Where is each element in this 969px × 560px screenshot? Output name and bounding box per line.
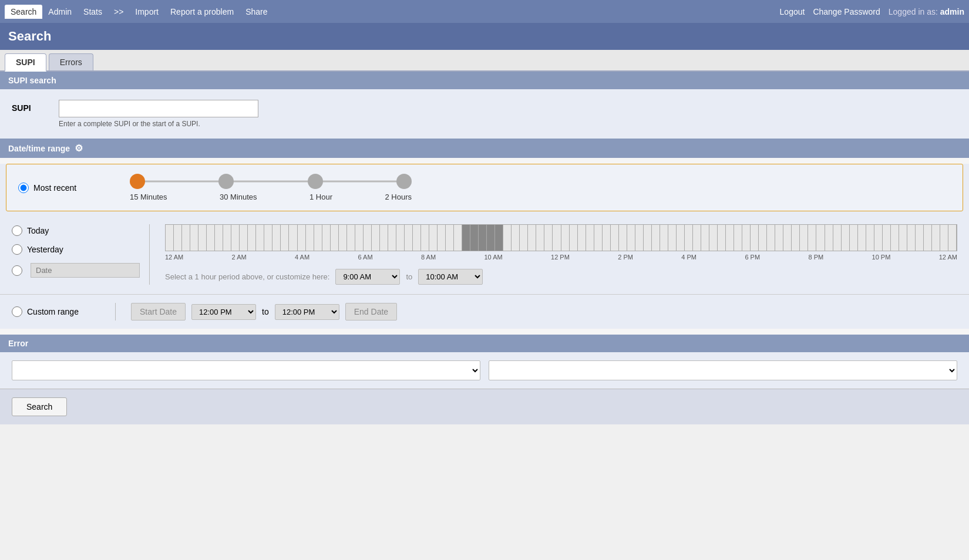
- timeline-tick[interactable]: [800, 225, 808, 251]
- timeline-tick[interactable]: [281, 225, 289, 251]
- timeline-tick[interactable]: [586, 225, 594, 251]
- timeline-tick[interactable]: [438, 225, 446, 251]
- timeline-tick[interactable]: [372, 225, 380, 251]
- timeline-tick[interactable]: [792, 225, 800, 251]
- timeline-tick[interactable]: [668, 225, 677, 251]
- slider-dot-3[interactable]: [396, 174, 412, 189]
- timeline-tick[interactable]: [544, 225, 553, 251]
- timeline-tick[interactable]: [240, 225, 248, 251]
- timeline-tick[interactable]: [380, 225, 388, 251]
- timeline-tick[interactable]: [783, 225, 792, 251]
- timeline-tick[interactable]: [685, 225, 693, 251]
- tab-supi[interactable]: SUPI: [5, 53, 46, 72]
- timeline-tick[interactable]: [660, 225, 668, 251]
- timeline-tick[interactable]: [775, 225, 783, 251]
- timeline-tick[interactable]: [759, 225, 767, 251]
- timeline-tick[interactable]: [462, 225, 470, 251]
- timeline-tick[interactable]: [364, 225, 372, 251]
- start-time-dropdown[interactable]: 12:00 PM: [191, 304, 256, 320]
- timeline-tick[interactable]: [289, 225, 297, 251]
- timeline-tick[interactable]: [256, 225, 264, 251]
- timeline-tick[interactable]: [734, 225, 742, 251]
- timeline-tick[interactable]: [594, 225, 603, 251]
- timeline-tick[interactable]: [512, 225, 520, 251]
- nav-more[interactable]: >>: [108, 5, 129, 19]
- timeline-tick[interactable]: [578, 225, 586, 251]
- search-button[interactable]: Search: [12, 397, 67, 416]
- time-from-dropdown[interactable]: 9:00 AM: [335, 269, 400, 285]
- timeline-tick[interactable]: [883, 225, 891, 251]
- custom-range-radio[interactable]: [12, 306, 22, 317]
- date-input[interactable]: [31, 263, 140, 278]
- timeline-tick[interactable]: [166, 225, 174, 251]
- timeline-tick[interactable]: [182, 225, 190, 251]
- timeline-tick[interactable]: [388, 225, 396, 251]
- timeline-tick[interactable]: [726, 225, 734, 251]
- timeline-tick[interactable]: [850, 225, 858, 251]
- timeline-tick[interactable]: [825, 225, 833, 251]
- timeline-tick[interactable]: [644, 225, 652, 251]
- timeline-tick[interactable]: [454, 225, 462, 251]
- timeline-tick[interactable]: [866, 225, 874, 251]
- timeline-tick[interactable]: [808, 225, 816, 251]
- timeline-tick[interactable]: [907, 225, 916, 251]
- timeline-tick[interactable]: [858, 225, 866, 251]
- timeline-tick[interactable]: [470, 225, 479, 251]
- timeline-tick[interactable]: [603, 225, 611, 251]
- timeline-tick[interactable]: [816, 225, 825, 251]
- date-radio[interactable]: [12, 265, 22, 276]
- timeline-tick[interactable]: [503, 225, 512, 251]
- timeline-tick[interactable]: [314, 225, 322, 251]
- timeline-tick[interactable]: [298, 225, 306, 251]
- most-recent-label[interactable]: Most recent: [18, 183, 112, 193]
- timeline-tick[interactable]: [355, 225, 364, 251]
- timeline-tick[interactable]: [709, 225, 718, 251]
- timeline-tick[interactable]: [693, 225, 701, 251]
- timeline-tick[interactable]: [619, 225, 627, 251]
- timeline-tick[interactable]: [940, 225, 948, 251]
- end-date-button[interactable]: End Date: [345, 303, 397, 321]
- timeline-tick[interactable]: [528, 225, 536, 251]
- nav-report[interactable]: Report a problem: [164, 5, 240, 19]
- timeline-tick[interactable]: [174, 225, 182, 251]
- timeline-tick[interactable]: [190, 225, 198, 251]
- timeline-tick[interactable]: [215, 225, 223, 251]
- timeline-bar[interactable]: [165, 224, 957, 251]
- timeline-tick[interactable]: [495, 225, 503, 251]
- timeline-tick[interactable]: [272, 225, 281, 251]
- timeline-tick[interactable]: [924, 225, 932, 251]
- timeline-tick[interactable]: [207, 225, 215, 251]
- slider-dot-1[interactable]: [218, 174, 234, 189]
- timeline-tick[interactable]: [611, 225, 619, 251]
- nav-admin[interactable]: Admin: [42, 5, 78, 19]
- timeline-tick[interactable]: [751, 225, 759, 251]
- timeline-tick[interactable]: [842, 225, 850, 251]
- logout-link[interactable]: Logout: [780, 7, 805, 16]
- timeline-tick[interactable]: [742, 225, 751, 251]
- error-dropdown-2[interactable]: [489, 360, 957, 380]
- timeline-tick[interactable]: [331, 225, 339, 251]
- nav-search[interactable]: Search: [5, 5, 42, 19]
- timeline-tick[interactable]: [248, 225, 256, 251]
- timeline-tick[interactable]: [635, 225, 644, 251]
- timeline-tick[interactable]: [916, 225, 924, 251]
- timeline-tick[interactable]: [874, 225, 883, 251]
- start-date-button[interactable]: Start Date: [131, 303, 186, 321]
- timeline-tick[interactable]: [627, 225, 635, 251]
- timeline-tick[interactable]: [479, 225, 487, 251]
- end-time-dropdown[interactable]: 12:00 PM: [275, 304, 339, 320]
- timeline-tick[interactable]: [561, 225, 570, 251]
- timeline-tick[interactable]: [536, 225, 544, 251]
- timeline-tick[interactable]: [677, 225, 685, 251]
- timeline-tick[interactable]: [948, 225, 957, 251]
- change-password-link[interactable]: Change Password: [813, 7, 880, 16]
- timeline-tick[interactable]: [264, 225, 272, 251]
- timeline-tick[interactable]: [405, 225, 413, 251]
- timeline-tick[interactable]: [833, 225, 842, 251]
- timeline-tick[interactable]: [413, 225, 421, 251]
- timeline-tick[interactable]: [553, 225, 561, 251]
- today-radio[interactable]: [12, 225, 22, 236]
- timeline-tick[interactable]: [231, 225, 240, 251]
- timeline-tick[interactable]: [652, 225, 660, 251]
- tab-errors[interactable]: Errors: [49, 53, 93, 70]
